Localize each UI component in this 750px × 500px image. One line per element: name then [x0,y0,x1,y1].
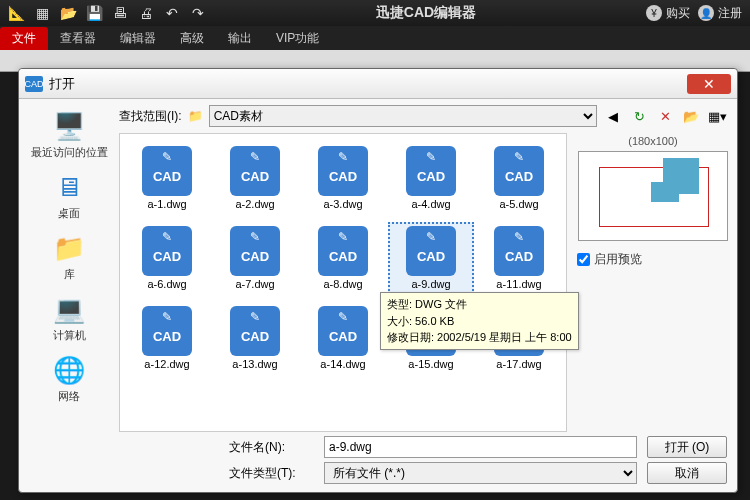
titlebar-right: ¥购买 👤注册 [646,5,742,22]
file-item[interactable]: CADa-14.dwg [300,302,386,374]
print-icon[interactable]: 🖨 [138,5,154,21]
place-computer[interactable]: 💻计算机 [24,288,114,347]
delete-icon[interactable]: ✕ [655,106,675,126]
file-list[interactable]: CADa-1.dwgCADa-2.dwgCADa-3.dwgCADa-4.dwg… [119,133,567,432]
file-name: a-6.dwg [128,278,206,290]
file-name: a-1.dwg [128,198,206,210]
file-item[interactable]: CADa-4.dwg [388,142,474,214]
cad-file-icon: CAD [142,146,192,196]
place-desktop[interactable]: 🖥桌面 [24,166,114,225]
tooltip-type: 类型: DWG 文件 [387,296,572,313]
file-name: a-15.dwg [392,358,470,370]
open-icon[interactable]: 📂 [60,5,76,21]
cad-file-icon: CAD [318,306,368,356]
place-network[interactable]: 🌐网络 [24,349,114,408]
file-item[interactable]: CADa-3.dwg [300,142,386,214]
tab-advanced[interactable]: 高级 [168,27,216,50]
preview-dimensions: (180x100) [573,133,733,151]
enable-preview-checkbox[interactable]: 启用预览 [573,251,733,268]
cad-file-icon: CAD [494,146,544,196]
place-label: 桌面 [24,206,114,221]
cad-file-icon: CAD [318,146,368,196]
close-button[interactable]: ✕ [687,74,731,94]
preview-pane: (180x100) 启用预览 [573,133,733,432]
titlebar-left: 📐 ▦ 📂 💾 🖶 🖨 ↶ ↷ [8,5,206,21]
tab-file[interactable]: 文件 [0,27,48,50]
cad-file-icon: CAD [406,226,456,276]
up-icon[interactable]: ↻ [629,106,649,126]
file-item[interactable]: CADa-13.dwg [212,302,298,374]
file-name: a-11.dwg [480,278,558,290]
file-name: a-5.dwg [480,198,558,210]
filename-input[interactable] [324,436,637,458]
computer-icon: 💻 [49,292,89,326]
file-item[interactable]: CADa-11.dwg [476,222,562,294]
look-in-label: 查找范围(I): [119,108,182,125]
place-label: 网络 [24,389,114,404]
register-label: 注册 [718,5,742,22]
filetype-select[interactable]: 所有文件 (*.*) [324,462,637,484]
file-item[interactable]: CADa-6.dwg [124,222,210,294]
file-name: a-9.dwg [392,278,470,290]
file-item[interactable]: CADa-7.dwg [212,222,298,294]
cad-file-icon: CAD [230,226,280,276]
preview-image [578,151,728,241]
folder-icon: 📁 [49,231,89,265]
cancel-button[interactable]: 取消 [647,462,727,484]
file-name: a-2.dwg [216,198,294,210]
file-item[interactable]: CADa-8.dwg [300,222,386,294]
filename-label: 文件名(N): [229,439,314,456]
tab-vip[interactable]: VIP功能 [264,27,331,50]
place-label: 库 [24,267,114,282]
preview-art-shape2 [651,182,679,202]
file-name: a-8.dwg [304,278,382,290]
redo-icon[interactable]: ↷ [190,5,206,21]
filetype-row: 文件类型(T): 所有文件 (*.*) 取消 [119,458,733,484]
content-row: CADa-1.dwgCADa-2.dwgCADa-3.dwgCADa-4.dwg… [119,133,733,432]
preview-check-label: 启用预览 [594,251,642,268]
new-icon[interactable]: ▦ [34,5,50,21]
look-in-select[interactable]: CAD素材 [209,105,597,127]
file-tooltip: 类型: DWG 文件 大小: 56.0 KB 修改日期: 2002/5/19 星… [380,292,579,350]
file-item[interactable]: CADa-2.dwg [212,142,298,214]
user-icon: 👤 [698,5,714,21]
file-item[interactable]: CADa-5.dwg [476,142,562,214]
network-icon: 🌐 [49,353,89,387]
filetype-label: 文件类型(T): [229,465,314,482]
buy-button[interactable]: ¥购买 [646,5,690,22]
newfolder-icon[interactable]: 📂 [681,106,701,126]
file-item[interactable]: CADa-1.dwg [124,142,210,214]
dialog-body: 🖥️最近访问的位置 🖥桌面 📁库 💻计算机 🌐网络 查找范围(I): 📁 CAD… [19,99,737,492]
cad-file-icon: CAD [318,226,368,276]
register-button[interactable]: 👤注册 [698,5,742,22]
undo-icon[interactable]: ↶ [164,5,180,21]
file-name: a-3.dwg [304,198,382,210]
cad-file-icon: CAD [142,306,192,356]
places-bar: 🖥️最近访问的位置 🖥桌面 📁库 💻计算机 🌐网络 [19,99,119,492]
dialog-cad-icon: CAD [25,76,43,92]
file-item[interactable]: CADa-12.dwg [124,302,210,374]
file-name: a-14.dwg [304,358,382,370]
tooltip-date: 修改日期: 2002/5/19 星期日 上午 8:00 [387,329,572,346]
saveas-icon[interactable]: 🖶 [112,5,128,21]
save-icon[interactable]: 💾 [86,5,102,21]
file-name: a-4.dwg [392,198,470,210]
tab-output[interactable]: 输出 [216,27,264,50]
file-name: a-13.dwg [216,358,294,370]
menubar: 文件 查看器 编辑器 高级 输出 VIP功能 [0,26,750,50]
place-label: 最近访问的位置 [24,145,114,160]
cad-file-icon: CAD [142,226,192,276]
file-item[interactable]: CADa-9.dwg [388,222,474,294]
open-dialog: CAD 打开 ✕ 🖥️最近访问的位置 🖥桌面 📁库 💻计算机 🌐网络 查找范围(… [18,68,738,493]
titlebar: 📐 ▦ 📂 💾 🖶 🖨 ↶ ↷ 迅捷CAD编辑器 ¥购买 👤注册 [0,0,750,26]
place-libraries[interactable]: 📁库 [24,227,114,286]
open-button[interactable]: 打开 (O) [647,436,727,458]
view-icon[interactable]: ▦▾ [707,106,727,126]
app-icon: 📐 [8,5,24,21]
preview-check[interactable] [577,253,590,266]
tab-editor[interactable]: 编辑器 [108,27,168,50]
place-recent[interactable]: 🖥️最近访问的位置 [24,105,114,164]
tab-viewer[interactable]: 查看器 [48,27,108,50]
cad-file-icon: CAD [406,146,456,196]
back-icon[interactable]: ◀ [603,106,623,126]
